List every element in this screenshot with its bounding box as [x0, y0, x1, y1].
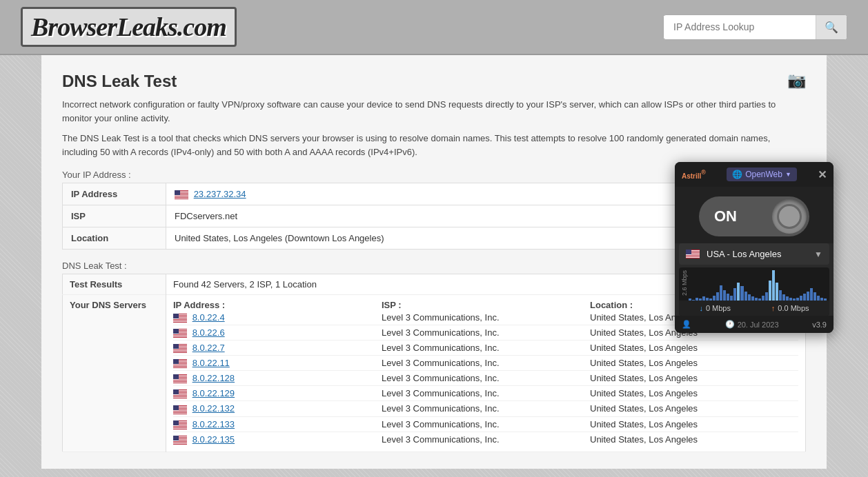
upload-value: 0.0 Mbps: [778, 304, 809, 312]
dns-ip-link[interactable]: 8.0.22.128: [193, 373, 235, 383]
dns-ip-link[interactable]: 8.0.22.4: [193, 312, 225, 323]
search-input[interactable]: [664, 16, 816, 38]
dns-ip-cell: 8.0.22.6: [173, 327, 382, 338]
vpn-toggle[interactable]: ON: [699, 196, 809, 236]
globe-icon: 🌐: [732, 170, 742, 179]
svg-rect-45: [173, 380, 187, 381]
toggle-circle-inner: [777, 204, 802, 229]
search-bar[interactable]: 🔍: [663, 14, 847, 40]
dns-ip-cell: 8.0.22.133: [173, 419, 382, 429]
graph-bar: [813, 292, 816, 301]
download-value: 0 Mbps: [706, 304, 731, 312]
dns-flag-3: [173, 359, 187, 368]
graph-bar: [807, 292, 809, 301]
graph-bar: [810, 288, 813, 301]
svg-rect-76: [173, 440, 187, 441]
location-name-text: USA - Los Angeles: [707, 249, 781, 259]
your-dns-label: Your DNS Servers: [63, 295, 166, 452]
dns-ip-link[interactable]: 8.0.22.133: [193, 419, 235, 429]
dns-isp-cell: Level 3 Communications, Inc.: [382, 434, 590, 445]
col-ip-header: IP Address :: [173, 300, 382, 310]
dns-server-row: 8.0.22.128 Level 3 Communications, Inc. …: [173, 371, 798, 386]
footer-date: 🕐 20. Jul 2023: [725, 320, 779, 329]
dns-server-row: 8.0.22.133 Level 3 Communications, Inc. …: [173, 417, 798, 432]
location-selector[interactable]: USA - Los Angeles ▼: [679, 243, 829, 265]
camera-icon[interactable]: 📷: [787, 72, 806, 90]
description-1: Incorrect network configuration or fault…: [62, 98, 806, 125]
svg-rect-61: [173, 412, 187, 412]
dns-isp-cell: Level 3 Communications, Inc.: [382, 373, 590, 383]
graph-bar: [776, 283, 778, 301]
svg-rect-15: [173, 314, 179, 318]
speed-graph: 2.6 Mbps ↓ 0 Mbps ↑ 0.0 Mbps: [679, 267, 829, 316]
dns-flag-4: [173, 374, 187, 383]
graph-bar: [748, 294, 751, 301]
astrill-logo: Astrill®: [682, 169, 706, 181]
dns-flag-7: [173, 420, 187, 429]
svg-rect-29: [173, 350, 187, 351]
dns-isp-cell: Level 3 Communications, Inc.: [382, 343, 590, 353]
svg-rect-37: [173, 365, 187, 366]
astrill-openweb-btn[interactable]: 🌐 OpenWeb ▼: [727, 168, 797, 181]
graph-bar: [782, 294, 785, 301]
ip-address-label: IP Address: [63, 183, 166, 205]
dns-location-cell: United States, Los Angeles: [590, 403, 798, 414]
astrill-overlay: Astrill® 🌐 OpenWeb ▼ ✕ ON: [675, 162, 834, 333]
graph-bar: [744, 292, 747, 301]
location-label: Location: [63, 227, 166, 250]
svg-rect-69: [173, 427, 187, 427]
dns-ip-link[interactable]: 8.0.22.7: [193, 343, 225, 353]
dns-ip-link[interactable]: 8.0.22.11: [193, 358, 230, 368]
search-icon: 🔍: [825, 21, 838, 33]
openweb-chevron: ▼: [785, 171, 791, 178]
col-isp-header: ISP :: [382, 300, 590, 310]
dns-ip-link[interactable]: 8.0.22.132: [193, 403, 235, 414]
svg-rect-87: [686, 250, 691, 254]
dns-ip-link[interactable]: 8.0.22.129: [193, 388, 235, 398]
graph-bar: [769, 281, 771, 301]
isp-label: ISP: [63, 205, 166, 227]
svg-rect-77: [173, 442, 187, 443]
upload-icon: ↑: [771, 304, 776, 312]
dns-ip-link[interactable]: 8.0.22.6: [193, 327, 225, 338]
search-button[interactable]: 🔍: [816, 15, 847, 39]
dns-ip-cell: 8.0.22.128: [173, 373, 382, 383]
svg-rect-54: [173, 397, 187, 398]
svg-rect-23: [173, 329, 179, 334]
graph-bar: [817, 296, 820, 301]
graph-label: 2.6 Mbps: [681, 270, 688, 296]
openweb-label: OpenWeb: [745, 170, 782, 179]
dns-ip-cell: 8.0.22.7: [173, 343, 382, 353]
dns-isp-cell: Level 3 Communications, Inc.: [382, 358, 590, 368]
clock-icon: 🕐: [725, 320, 735, 329]
svg-rect-70: [173, 428, 187, 429]
dns-server-row: 8.0.22.132 Level 3 Communications, Inc. …: [173, 401, 798, 416]
dns-server-row: 8.0.22.135 Level 3 Communications, Inc. …: [173, 432, 798, 447]
ip-address-link[interactable]: 23.237.32.34: [194, 189, 246, 199]
graph-bar: [772, 270, 775, 301]
svg-rect-71: [173, 420, 179, 425]
dns-location-cell: United States, Los Angeles: [590, 388, 798, 398]
dns-ip-link[interactable]: 8.0.22.135: [193, 434, 235, 445]
graph-bar: [723, 290, 726, 301]
svg-rect-86: [686, 257, 700, 258]
graph-bar: [803, 294, 806, 301]
download-speed: ↓ 0 Mbps: [699, 304, 731, 312]
toggle-circle: [772, 199, 807, 234]
location-expand-icon: ▼: [814, 250, 822, 259]
dns-server-row: 8.0.22.11 Level 3 Communications, Inc. U…: [173, 356, 798, 371]
svg-rect-4: [175, 195, 188, 196]
svg-rect-85: [686, 256, 700, 256]
graph-bar: [737, 283, 740, 301]
us-flag-ip: [175, 190, 188, 199]
dns-flag-8: [173, 436, 187, 445]
astrill-close-button[interactable]: ✕: [818, 168, 827, 181]
dns-isp-cell: Level 3 Communications, Inc.: [382, 312, 590, 323]
svg-rect-14: [173, 321, 187, 322]
dns-location-cell: United States, Los Angeles: [590, 434, 798, 445]
graph-bar: [730, 296, 733, 301]
svg-rect-62: [173, 413, 187, 414]
dns-ip-cell: 8.0.22.132: [173, 403, 382, 414]
graph-bar: [716, 292, 719, 301]
svg-rect-63: [173, 405, 179, 410]
